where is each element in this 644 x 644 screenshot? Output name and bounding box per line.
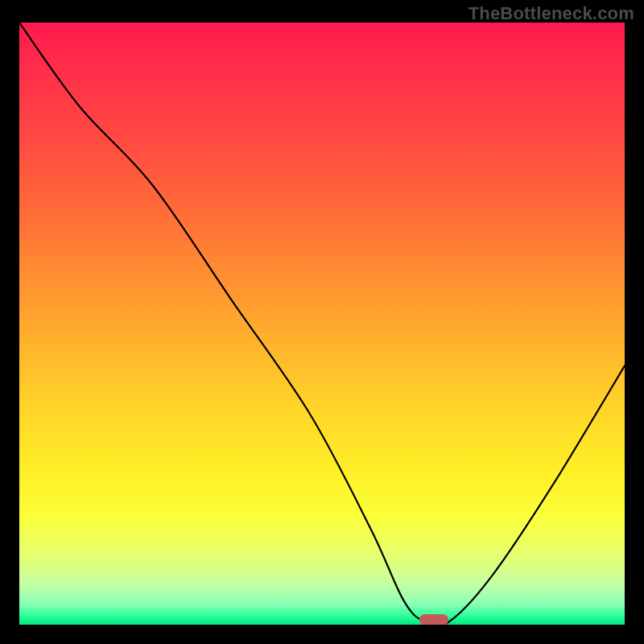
curve-layer bbox=[19, 23, 625, 625]
chart-frame: TheBottleneck.com bbox=[0, 0, 644, 644]
plot-area bbox=[19, 23, 625, 625]
optimal-point-marker bbox=[419, 614, 448, 625]
watermark-label: TheBottleneck.com bbox=[469, 3, 634, 24]
bottleneck-curve bbox=[19, 23, 625, 625]
